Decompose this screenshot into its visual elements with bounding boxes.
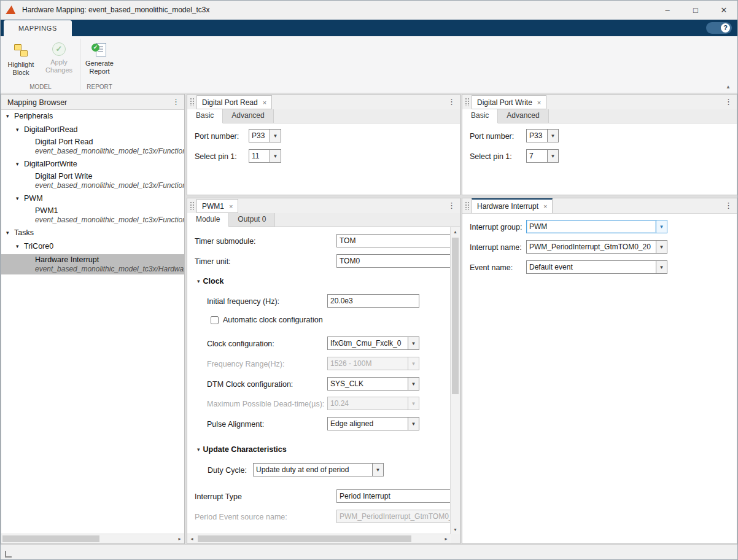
duty-cycle-dropdown[interactable]: Update duty at end of period ▼ [253, 463, 384, 476]
collapse-triangle-icon[interactable]: ▾ [6, 230, 14, 236]
tree-item-digital-port-write[interactable]: Digital Port Write event_based_monolithi… [1, 172, 184, 190]
tree-item-tasks[interactable]: ▾ Tasks [1, 228, 184, 237]
scroll-right-icon[interactable]: ▸ [441, 534, 451, 543]
horizontal-scrollbar[interactable]: ▸ [1, 534, 184, 543]
panel-grip[interactable] [465, 201, 469, 210]
tree-item-digital-port-read[interactable]: Digital Port Read event_based_monolithic… [1, 138, 184, 155]
clock-config-dropdown[interactable]: IfxGtm_Cmu_Fxclk_0 ▼ [327, 336, 419, 350]
tab-advanced[interactable]: Advanced [223, 109, 273, 123]
collapse-ribbon-icon[interactable]: ▲ [726, 84, 731, 90]
collapse-triangle-icon[interactable]: ▾ [6, 113, 14, 119]
tab-hardware-interrupt[interactable]: Hardware Interrupt × [472, 198, 553, 213]
dropdown-value[interactable]: SYS_CLK [327, 377, 408, 391]
collapse-triangle-icon[interactable]: ▾ [16, 161, 24, 167]
tab-output-0[interactable]: Output 0 [229, 213, 275, 227]
dropdown-value[interactable]: Edge aligned [327, 417, 408, 430]
dropdown-arrow-icon[interactable]: ▼ [656, 220, 667, 233]
dropdown-value[interactable]: P33 [526, 129, 548, 142]
mapping-browser-menu-icon[interactable]: ⋮ [172, 97, 180, 106]
collapse-triangle-icon[interactable]: ▾ [16, 195, 24, 201]
collapse-triangle-icon[interactable]: ▾ [16, 243, 24, 249]
event-name-dropdown[interactable]: Default event ▼ [526, 260, 667, 274]
tab-digital-port-read[interactable]: Digital Port Read × [196, 95, 272, 109]
dropdown-value[interactable]: IfxGtm_Cmu_Fxclk_0 [327, 336, 408, 350]
dropdown-arrow-icon[interactable]: ▼ [270, 149, 281, 163]
panel-menu-icon[interactable]: ⋮ [724, 201, 732, 210]
close-button[interactable]: ✕ [710, 0, 738, 20]
dropdown-value[interactable]: P33 [249, 129, 270, 142]
dropdown-arrow-icon[interactable]: ▼ [548, 149, 559, 163]
scrollbar-thumb[interactable] [452, 238, 459, 394]
scroll-up-icon[interactable]: ▴ [451, 227, 460, 236]
generate-report-button[interactable]: Generate Report [82, 39, 117, 79]
minimize-button[interactable]: – [653, 0, 682, 20]
tree-item-peripherals[interactable]: ▾ Peripherals [1, 112, 184, 120]
tree-item-hardware-interrupt[interactable]: Hardware Interrupt event_based_monolithi… [1, 254, 184, 274]
vertical-scrollbar[interactable]: ▴ ▾ [450, 227, 460, 534]
tree-item-pwm1[interactable]: PWM1 event_based_monolithic_model_tc3x/F… [1, 206, 184, 224]
tree-item-digitalportread[interactable]: ▾ DigitalPortRead [1, 125, 184, 134]
dropdown-arrow-icon[interactable]: ▼ [408, 336, 419, 350]
dock-corner-icon[interactable] [5, 551, 12, 558]
pulse-alignment-dropdown[interactable]: Edge aligned ▼ [327, 417, 419, 430]
port-number-dropdown[interactable]: P33 ▼ [249, 129, 281, 142]
dropdown-arrow-icon[interactable]: ▼ [373, 463, 384, 476]
port-number-label: Port number: [195, 132, 239, 141]
timer-unit-field[interactable]: TOM0 [336, 254, 451, 268]
initial-frequency-field[interactable]: 20.0e3 [327, 294, 419, 308]
panel-grip[interactable] [190, 98, 194, 106]
dropdown-arrow-icon[interactable]: ▼ [656, 240, 667, 254]
dropdown-value[interactable]: 11 [249, 149, 270, 163]
close-tab-icon[interactable]: × [537, 99, 541, 106]
help-button[interactable]: ? [706, 22, 732, 34]
select-pin-dropdown[interactable]: 11 ▼ [249, 149, 281, 163]
timer-submodule-field[interactable]: TOM [336, 234, 451, 247]
dropdown-value[interactable]: 7 [526, 149, 548, 163]
panel-menu-icon[interactable]: ⋮ [724, 97, 732, 106]
select-pin-dropdown[interactable]: 7 ▼ [526, 149, 559, 163]
panel-menu-icon[interactable]: ⋮ [448, 97, 456, 106]
close-tab-icon[interactable]: × [229, 203, 233, 210]
panel-menu-icon[interactable]: ⋮ [448, 201, 456, 210]
dropdown-value[interactable]: Update duty at end of period [253, 463, 373, 476]
scroll-left-icon[interactable]: ◂ [187, 534, 196, 543]
highlight-block-button[interactable]: Highlight Block [4, 39, 38, 79]
dropdown-arrow-icon[interactable]: ▼ [270, 129, 281, 142]
dropdown-arrow-icon[interactable]: ▼ [408, 377, 419, 391]
dropdown-arrow-icon[interactable]: ▼ [548, 129, 559, 142]
dropdown-arrow-icon[interactable]: ▼ [408, 417, 419, 430]
panel-grip[interactable] [465, 98, 469, 106]
tab-pwm1[interactable]: PWM1 × [196, 199, 238, 213]
tree-item-tricore0[interactable]: ▾ TriCore0 [1, 242, 184, 251]
maximize-button[interactable]: □ [682, 0, 710, 20]
scrollbar-thumb[interactable] [198, 535, 411, 542]
scrollbar-thumb[interactable] [2, 535, 99, 542]
panel-grip[interactable] [190, 201, 194, 210]
dtm-clock-config-dropdown[interactable]: SYS_CLK ▼ [327, 377, 419, 391]
tree-item-pwm[interactable]: ▾ PWM [1, 194, 184, 203]
tab-module[interactable]: Module [187, 213, 229, 227]
scroll-right-icon[interactable]: ▸ [175, 534, 184, 543]
tree-item-digitalportwrite[interactable]: ▾ DigitalPortWrite [1, 160, 184, 168]
close-tab-icon[interactable]: × [543, 203, 547, 210]
interrupt-name-dropdown[interactable]: PWM_PeriodInterrupt_GtmTOM0_20 ▼ [526, 240, 667, 254]
dropdown-value[interactable]: PWM_PeriodInterrupt_GtmTOM0_20 [526, 240, 656, 254]
horizontal-scrollbar[interactable]: ◂ ▸ [187, 534, 451, 543]
auto-clock-checkbox[interactable] [211, 316, 219, 324]
update-characteristics-section-header[interactable]: ▾ Update Characteristics [197, 445, 287, 454]
tab-basic[interactable]: Basic [187, 109, 223, 123]
scroll-down-icon[interactable]: ▾ [451, 525, 460, 534]
dropdown-arrow-icon[interactable]: ▼ [656, 260, 667, 274]
tab-advanced[interactable]: Advanced [498, 109, 548, 123]
tab-digital-port-write[interactable]: Digital Port Write × [472, 95, 546, 109]
clock-section-header[interactable]: ▾ Clock [197, 277, 224, 286]
interrupt-type-field[interactable]: Period Interrupt [336, 489, 451, 503]
tab-basic[interactable]: Basic [462, 109, 498, 123]
tab-mappings[interactable]: MAPPINGS [4, 20, 72, 36]
port-number-dropdown[interactable]: P33 ▼ [526, 129, 559, 142]
collapse-triangle-icon[interactable]: ▾ [16, 126, 24, 133]
dropdown-value[interactable]: Default event [526, 260, 656, 274]
close-tab-icon[interactable]: × [263, 99, 266, 106]
interrupt-group-dropdown[interactable]: PWM ▼ [526, 220, 667, 233]
dropdown-value[interactable]: PWM [526, 220, 656, 233]
